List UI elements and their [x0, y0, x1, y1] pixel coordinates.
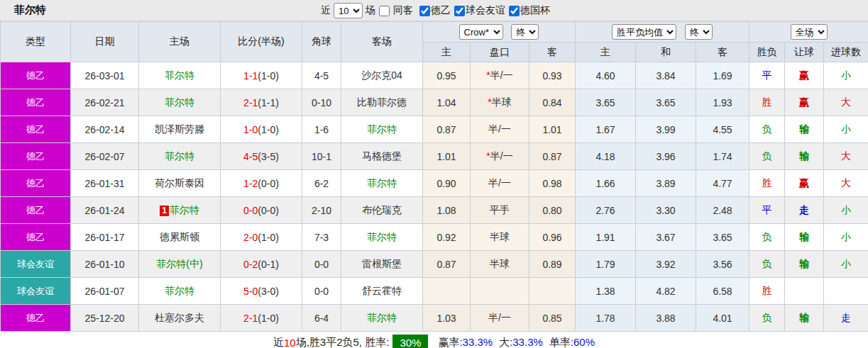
filter-league-label-0: 德乙 [431, 4, 451, 17]
table-row: 球会友谊 26-01-07 菲尔特 5-0(3-0) 0-0 舒云霍特 1.38… [1, 278, 868, 305]
filter-league-checkbox-2[interactable] [509, 6, 520, 16]
league-type-cell: 德乙 [1, 170, 71, 197]
league-type-cell: 德乙 [1, 197, 71, 224]
table-row: 德乙 26-03-01 菲尔特 1-1(1-0) 4-5 沙尔克04 0.95 … [1, 62, 868, 89]
corner-cell: 0-0 [302, 278, 341, 305]
summary-prefix: 近 [273, 336, 284, 348]
col-header-avg-away: 客 [696, 43, 749, 62]
odds-away-cell: 0.85 [529, 305, 576, 332]
handicap-result-cell: 赢 [785, 170, 824, 197]
col-header-winloss: 胜负 [749, 43, 785, 62]
date-cell: 26-03-01 [71, 62, 139, 89]
handicap-cell: 半/一 [471, 305, 529, 332]
halftime-score: (0-0) [258, 178, 279, 189]
goals-result-cell: 小 [824, 197, 868, 224]
result-cell: 负 [749, 251, 785, 278]
avg-draw-cell: 3.92 [636, 251, 696, 278]
league-type-cell: 德乙 [1, 224, 71, 251]
home-team-cell: 菲尔特 [139, 278, 221, 305]
table-row: 球会友谊 26-01-10 菲尔特(中) 0-2(0-1) 0-0 雷根斯堡 0… [1, 251, 868, 278]
away-team-cell: 菲尔特 [341, 305, 423, 332]
avg-draw-cell: 3.84 [636, 62, 696, 89]
away-team-cell: 菲尔特 [341, 116, 423, 143]
filter-league-label-1: 球会友谊 [466, 4, 505, 17]
summary-count: 10 [284, 337, 296, 348]
halftime-score: (3-5) [258, 151, 279, 162]
away-team-name: 菲尔特 [367, 177, 397, 189]
home-team-cell: 1菲尔特 [139, 197, 221, 224]
col-header-avg-home: 主 [576, 43, 636, 62]
home-team-name: 菲尔特 [170, 204, 199, 215]
col-header-corner: 角球 [302, 22, 341, 62]
avg-time-select[interactable]: 终 [685, 24, 713, 40]
fulltime-score: 1-1 [243, 70, 258, 82]
home-team-cell: 荷尔斯泰因 [139, 170, 221, 197]
avg-away-cell: 1.69 [696, 62, 749, 89]
handicap-result-cell: 输 [785, 143, 824, 170]
corner-cell: 0-10 [302, 89, 341, 116]
corner-cell: 0-0 [302, 251, 341, 278]
halftime-score: (0-0) [258, 205, 279, 216]
avg-home-cell: 1.79 [576, 251, 636, 278]
stat-value: :33.3% [459, 336, 493, 348]
top-bar: 菲尔特 近 10 场 同客 德乙 球会友谊 德国杯 [0, 0, 868, 21]
score-cell: 2-1(1-1) [221, 89, 302, 116]
avg-type-select[interactable]: 胜平负均值 [612, 24, 676, 40]
recent-games-select[interactable]: 10 [334, 3, 363, 18]
handicap-result-cell [785, 278, 824, 305]
summary-footer: 近10场,胜3平2负5, 胜率: 30% 赢率:33.3% 大:33.3% 单率… [0, 332, 868, 348]
handicap-result-cell: 输 [785, 251, 824, 278]
matches-table: 类型 日期 主场 比分(半场) 角球 客场 Crow* 终 胜平负均值 终 全场… [0, 21, 868, 332]
date-cell: 26-01-17 [71, 224, 139, 251]
handicap-cell: *半球 [471, 89, 529, 116]
odds-company-select[interactable]: Crow* [459, 24, 503, 40]
same-away-label: 同客 [393, 4, 413, 17]
league-type-cell: 德乙 [1, 116, 71, 143]
odds-away-cell: 0.96 [529, 224, 576, 251]
scope-select[interactable]: 全场 [791, 24, 828, 40]
filter-controls: 近 10 场 同客 德乙 球会友谊 德国杯 [321, 0, 550, 21]
header-group-row: 类型 日期 主场 比分(半场) 角球 客场 Crow* 终 胜平负均值 终 全场 [1, 22, 868, 43]
win-rate-badge: 30% [392, 335, 428, 348]
odds-home-cell: 0.87 [423, 251, 471, 278]
col-header-avg-draw: 和 [636, 43, 696, 62]
avg-draw-cell: 4.82 [636, 278, 696, 305]
col-header-handicap: 盘口 [471, 43, 529, 62]
score-cell: 1-1(1-0) [221, 62, 302, 89]
score-cell: 2-0(1-0) [221, 224, 302, 251]
goals-result-cell: 走 [824, 305, 868, 332]
odds-time-select[interactable]: 终 [511, 24, 539, 40]
stat-label: 大 [499, 336, 510, 348]
fulltime-score: 2-1 [243, 313, 258, 324]
away-team-cell: 菲尔特 [341, 170, 423, 197]
goals-result-cell [824, 278, 868, 305]
corner-cell: 7-3 [302, 224, 341, 251]
fulltime-score: 2-1 [243, 97, 258, 108]
away-team-name: 沙尔克04 [361, 69, 402, 81]
avg-away-cell: 3.65 [696, 224, 749, 251]
halftime-score: (1-0) [258, 124, 279, 135]
avg-away-cell: 1.74 [696, 143, 749, 170]
home-team-name: 菲尔特 [165, 285, 194, 296]
filter-league-checkbox-1[interactable] [454, 6, 465, 16]
avg-away-cell: 2.48 [696, 197, 749, 224]
corner-cell: 6-4 [302, 305, 341, 332]
near-label: 近 [321, 4, 331, 17]
summary-mid: 场,胜3平2负5, 胜率: [296, 336, 390, 348]
home-team-cell: 菲尔特 [139, 143, 221, 170]
avg-group-header: 胜平负均值 终 [576, 22, 749, 43]
handicap-text: 半/一 [490, 69, 513, 81]
avg-home-cell: 1.38 [576, 278, 636, 305]
odds-away-cell [529, 278, 576, 305]
date-cell: 26-01-10 [71, 251, 139, 278]
avg-draw-cell: 3.99 [636, 116, 696, 143]
away-team-cell: 沙尔克04 [341, 62, 423, 89]
away-team-name: 比勒菲尔德 [357, 96, 407, 108]
odds-home-cell: 1.03 [423, 305, 471, 332]
result-cell: 负 [749, 143, 785, 170]
avg-away-cell: 4.77 [696, 170, 749, 197]
handicap-result-cell: 赢 [785, 62, 824, 89]
filter-league-checkbox-0[interactable] [419, 6, 430, 16]
same-away-checkbox[interactable] [379, 6, 390, 16]
date-cell: 26-01-07 [71, 278, 139, 305]
